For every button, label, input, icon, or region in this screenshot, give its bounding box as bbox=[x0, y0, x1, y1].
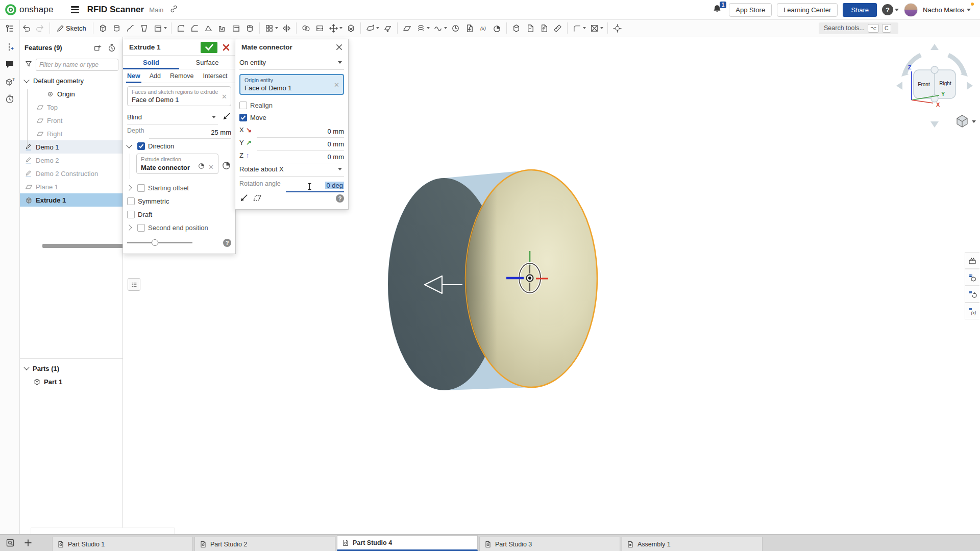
feature-right[interactable]: Right bbox=[19, 127, 122, 140]
move-checkbox[interactable] bbox=[239, 114, 247, 121]
extrude-direction-field[interactable]: Extrude direction Mate connector ✕ bbox=[136, 154, 218, 174]
feature-default-geometry[interactable]: Default geometry bbox=[19, 74, 122, 87]
feature-history-button[interactable] bbox=[105, 41, 118, 55]
notifications-bell-icon[interactable]: 1 bbox=[712, 4, 724, 16]
revolve-button[interactable] bbox=[110, 21, 124, 35]
tab-part-studio-3[interactable]: Part Studio 3 bbox=[479, 537, 620, 551]
feature-demo-1[interactable]: Demo 1 bbox=[19, 140, 122, 154]
transform-button[interactable] bbox=[327, 21, 340, 35]
delete-part-button[interactable] bbox=[344, 21, 358, 35]
redo-button[interactable] bbox=[33, 21, 47, 35]
split-button[interactable] bbox=[313, 21, 327, 35]
document-menu-icon[interactable] bbox=[71, 6, 79, 13]
feature-top[interactable]: Top bbox=[19, 101, 122, 114]
accept-button[interactable] bbox=[201, 42, 217, 53]
mate-connector-tool-icon[interactable] bbox=[222, 161, 231, 172]
draft-checkbox[interactable] bbox=[127, 211, 135, 218]
rib-button[interactable] bbox=[215, 21, 229, 35]
help-icon[interactable]: ? bbox=[336, 194, 344, 203]
chevron-down-icon[interactable] bbox=[23, 77, 29, 83]
mirror-button[interactable] bbox=[280, 21, 293, 35]
view-cube-right-face[interactable]: Right bbox=[939, 81, 951, 86]
add-tab-button[interactable] bbox=[21, 536, 35, 550]
variable-button[interactable]: (x) bbox=[476, 21, 490, 35]
tab-part-studio-1[interactable]: Part Studio 1 bbox=[52, 537, 193, 551]
thicken-dropdown-icon[interactable] bbox=[164, 27, 167, 29]
chevron-down-icon[interactable] bbox=[338, 61, 342, 64]
frame-dropdown-icon[interactable] bbox=[600, 27, 603, 29]
sheet-metal-model-button[interactable] bbox=[570, 21, 584, 35]
tab-part-studio-2[interactable]: Part Studio 2 bbox=[194, 537, 335, 551]
realign-checkbox[interactable] bbox=[239, 102, 247, 109]
user-menu[interactable]: Nacho Martos bbox=[923, 6, 973, 14]
help-menu[interactable]: ? bbox=[882, 4, 899, 15]
sweep-button[interactable] bbox=[124, 21, 137, 35]
clear-selection-icon[interactable]: ✕ bbox=[208, 163, 214, 171]
named-views-button[interactable] bbox=[610, 21, 624, 35]
configuration-variables-panel-button[interactable]: (x) bbox=[965, 303, 979, 319]
boolean-button[interactable] bbox=[299, 21, 313, 35]
tab-add[interactable]: Add bbox=[150, 69, 161, 83]
close-icon[interactable] bbox=[334, 42, 344, 53]
chevron-right-icon[interactable] bbox=[126, 224, 132, 230]
sheet-metal-model-dropdown-icon[interactable] bbox=[583, 27, 586, 29]
offset-z-input[interactable]: 0 mm bbox=[255, 148, 345, 163]
sketch-button[interactable]: Sketch bbox=[53, 21, 90, 35]
flip-primary-axis-icon[interactable] bbox=[239, 193, 249, 204]
hole-button[interactable] bbox=[243, 21, 257, 35]
origin-entity-field[interactable]: Origin entity Face of Demo 1 ✕ bbox=[239, 74, 344, 95]
linear-pattern-dropdown-icon[interactable] bbox=[275, 27, 278, 29]
workspace-branch[interactable]: Main bbox=[149, 6, 163, 14]
frame-button[interactable] bbox=[587, 21, 601, 35]
chevron-right-icon[interactable] bbox=[126, 185, 132, 190]
undo-button[interactable] bbox=[19, 21, 33, 35]
part-part-1[interactable]: Part 1 bbox=[19, 375, 122, 388]
thicken-button[interactable] bbox=[151, 21, 165, 35]
chevron-down-icon[interactable] bbox=[126, 142, 132, 148]
insert-item-panel-button[interactable] bbox=[2, 39, 17, 55]
extrude-button[interactable] bbox=[96, 21, 110, 35]
slider-handle[interactable] bbox=[152, 239, 158, 246]
parts-header[interactable]: Parts (1) bbox=[19, 362, 122, 375]
feature-list-flyout-button[interactable] bbox=[128, 278, 140, 291]
tab-assembly-1[interactable]: Assembly 1 bbox=[622, 537, 763, 551]
appearance-panel-button[interactable] bbox=[965, 252, 979, 269]
offset-surface-dropdown-icon[interactable] bbox=[376, 27, 379, 29]
insert-feature-button[interactable] bbox=[91, 41, 105, 55]
tab-new[interactable]: New bbox=[127, 69, 140, 83]
linear-pattern-button[interactable] bbox=[262, 21, 276, 35]
view-cube-front-face[interactable]: Front bbox=[918, 82, 930, 87]
tab-part-studio-4[interactable]: Part Studio 4 bbox=[337, 535, 478, 551]
avatar[interactable] bbox=[904, 3, 918, 17]
point-button[interactable] bbox=[449, 21, 462, 35]
spline-dropdown-icon[interactable] bbox=[444, 27, 447, 29]
helix-button[interactable] bbox=[414, 21, 428, 35]
plane-button[interactable] bbox=[400, 21, 414, 35]
tab-intersect[interactable]: Intersect bbox=[203, 69, 228, 83]
chevron-down-icon[interactable] bbox=[338, 168, 342, 170]
feature-extrude-1[interactable]: Extrude 1 bbox=[19, 193, 122, 207]
chamfer-button[interactable] bbox=[188, 21, 202, 35]
help-icon[interactable]: ? bbox=[223, 239, 231, 247]
depth-input[interactable]: 25 mm bbox=[149, 123, 231, 139]
fillet-button[interactable] bbox=[174, 21, 188, 35]
import-button[interactable] bbox=[462, 21, 476, 35]
search-tools-input[interactable]: Search tools... ⌥ C bbox=[819, 22, 898, 34]
feature-front[interactable]: Front bbox=[19, 114, 122, 127]
share-button[interactable]: Share bbox=[843, 3, 877, 17]
share-link-icon[interactable] bbox=[169, 5, 178, 15]
flip-direction-icon[interactable] bbox=[222, 112, 231, 122]
features-list-panel-button[interactable] bbox=[2, 21, 17, 36]
rotate-about-select[interactable]: Rotate about X bbox=[239, 165, 284, 173]
placement-select[interactable]: On entity bbox=[239, 59, 266, 66]
faces-to-extrude-field[interactable]: Faces and sketch regions to extrude Face… bbox=[127, 86, 231, 106]
starting-offset-checkbox[interactable] bbox=[137, 184, 145, 192]
measure-button[interactable] bbox=[551, 21, 565, 35]
clear-selection-icon[interactable]: ✕ bbox=[222, 92, 227, 100]
loft-button[interactable] bbox=[137, 21, 151, 35]
tab-solid[interactable]: Solid bbox=[123, 56, 179, 69]
cancel-button[interactable] bbox=[221, 42, 231, 53]
tab-remove[interactable]: Remove bbox=[170, 69, 194, 83]
history-panel-button[interactable] bbox=[2, 91, 17, 107]
symmetric-checkbox[interactable] bbox=[127, 197, 135, 205]
